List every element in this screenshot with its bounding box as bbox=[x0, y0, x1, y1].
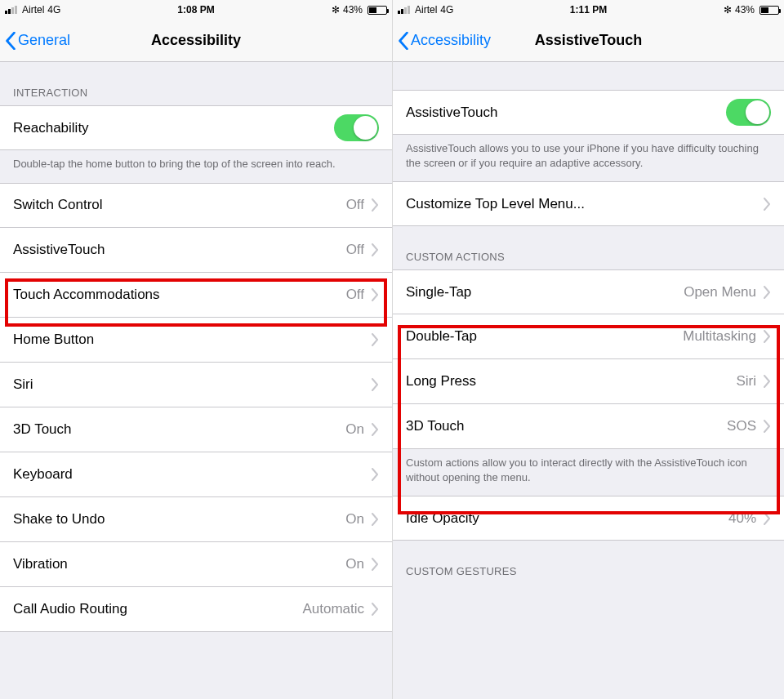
network-label: 4G bbox=[47, 4, 60, 16]
accessibility-screen: Airtel 4G 1:08 PM ✻ 43% General Accessib… bbox=[0, 0, 392, 699]
row-value: Open Menu bbox=[684, 284, 756, 301]
back-label: Accessibility bbox=[411, 32, 491, 49]
carrier-label: Airtel bbox=[415, 4, 437, 16]
status-bar: Airtel 4G 1:11 PM ✻ 43% bbox=[393, 0, 784, 20]
network-label: 4G bbox=[440, 4, 453, 16]
row-label: Switch Control bbox=[13, 197, 346, 213]
back-label: General bbox=[18, 32, 70, 49]
chevron-right-icon bbox=[763, 286, 771, 299]
row-value: Automatic bbox=[302, 601, 364, 617]
chevron-right-icon bbox=[371, 468, 379, 481]
row-value: Multitasking bbox=[683, 328, 756, 345]
customize-top-menu-row[interactable]: Customize Top Level Menu... bbox=[393, 181, 784, 226]
row-label: AssistiveTouch bbox=[13, 242, 346, 258]
status-bar: Airtel 4G 1:08 PM ✻ 43% bbox=[0, 0, 392, 20]
home-button-row[interactable]: Home Button bbox=[0, 318, 392, 363]
assistivetouch-row[interactable]: AssistiveTouch Off bbox=[0, 228, 392, 273]
row-label: Shake to Undo bbox=[13, 511, 345, 528]
row-value: Off bbox=[346, 242, 364, 258]
reachability-footer: Double-tap the home button to bring the … bbox=[0, 150, 392, 183]
idle-opacity-row[interactable]: Idle Opacity 40% bbox=[393, 496, 784, 541]
row-value: 40% bbox=[728, 510, 756, 527]
reachability-row[interactable]: Reachability bbox=[0, 105, 392, 150]
single-tap-row[interactable]: Single-Tap Open Menu bbox=[393, 269, 784, 314]
back-button[interactable]: Accessibility bbox=[398, 20, 491, 61]
chevron-right-icon bbox=[371, 378, 379, 391]
chevron-right-icon bbox=[371, 333, 379, 346]
chevron-right-icon bbox=[371, 603, 379, 616]
assistivetouch-screen: Airtel 4G 1:11 PM ✻ 43% Accessibility As… bbox=[392, 0, 784, 699]
nav-bar: General Accessibility bbox=[0, 20, 392, 62]
bluetooth-icon: ✻ bbox=[724, 4, 732, 16]
clock-label: 1:08 PM bbox=[177, 4, 214, 16]
chevron-right-icon bbox=[763, 330, 771, 343]
page-title: AssistiveTouch bbox=[535, 32, 643, 49]
row-label: Double-Tap bbox=[406, 328, 683, 345]
keyboard-row[interactable]: Keyboard bbox=[0, 452, 392, 497]
touch-accommodations-row[interactable]: Touch Accommodations Off bbox=[0, 273, 392, 318]
row-value: On bbox=[345, 421, 364, 438]
page-title: Accessibility bbox=[151, 32, 241, 49]
chevron-left-icon bbox=[5, 32, 16, 50]
assistivetouch-toggle[interactable] bbox=[726, 99, 771, 126]
battery-label: 43% bbox=[343, 4, 363, 16]
double-tap-row[interactable]: Double-Tap Multitasking bbox=[393, 314, 784, 359]
assistivetouch-footer: AssistiveTouch allows you to use your iP… bbox=[393, 135, 784, 181]
chevron-right-icon bbox=[763, 198, 771, 211]
row-value: Siri bbox=[736, 373, 756, 390]
chevron-right-icon bbox=[371, 423, 379, 436]
row-label: Vibration bbox=[13, 556, 345, 572]
chevron-right-icon bbox=[763, 420, 771, 433]
clock-label: 1:11 PM bbox=[570, 4, 607, 16]
section-header-interaction: INTERACTION bbox=[0, 62, 392, 105]
row-value: Off bbox=[346, 197, 364, 213]
shake-to-undo-row[interactable]: Shake to Undo On bbox=[0, 497, 392, 542]
chevron-left-icon bbox=[398, 32, 409, 50]
3d-touch-action-row[interactable]: 3D Touch SOS bbox=[393, 404, 784, 449]
signal-icon bbox=[398, 6, 410, 14]
chevron-right-icon bbox=[371, 198, 379, 211]
row-label: 3D Touch bbox=[13, 421, 345, 438]
row-label: Call Audio Routing bbox=[13, 601, 302, 617]
back-button[interactable]: General bbox=[5, 20, 70, 61]
row-label: Reachability bbox=[13, 120, 334, 136]
row-label: Customize Top Level Menu... bbox=[406, 196, 763, 212]
siri-row[interactable]: Siri bbox=[0, 363, 392, 407]
chevron-right-icon bbox=[763, 512, 771, 525]
section-header-custom-gestures: CUSTOM GESTURES bbox=[393, 541, 784, 584]
row-label: Siri bbox=[13, 376, 371, 393]
chevron-right-icon bbox=[371, 288, 379, 301]
chevron-right-icon bbox=[371, 513, 379, 526]
long-press-row[interactable]: Long Press Siri bbox=[393, 359, 784, 404]
row-label: Single-Tap bbox=[406, 284, 684, 301]
battery-icon bbox=[760, 6, 779, 15]
row-value: SOS bbox=[727, 418, 756, 434]
row-value: On bbox=[345, 511, 364, 528]
row-label: Keyboard bbox=[13, 466, 371, 483]
custom-actions-footer: Custom actions allow you to interact dir… bbox=[393, 449, 784, 496]
chevron-right-icon bbox=[763, 375, 771, 388]
row-label: Touch Accommodations bbox=[13, 287, 346, 303]
section-header-custom-actions: CUSTOM ACTIONS bbox=[393, 226, 784, 269]
battery-icon bbox=[368, 6, 387, 15]
battery-label: 43% bbox=[735, 4, 755, 16]
vibration-row[interactable]: Vibration On bbox=[0, 542, 392, 587]
signal-icon bbox=[5, 6, 17, 14]
call-audio-routing-row[interactable]: Call Audio Routing Automatic bbox=[0, 587, 392, 632]
row-value: Off bbox=[346, 287, 364, 303]
reachability-toggle[interactable] bbox=[334, 114, 379, 141]
bluetooth-icon: ✻ bbox=[332, 4, 340, 16]
carrier-label: Airtel bbox=[22, 4, 44, 16]
chevron-right-icon bbox=[371, 243, 379, 256]
row-label: Home Button bbox=[13, 332, 371, 348]
row-label: AssistiveTouch bbox=[406, 105, 726, 121]
row-label: Long Press bbox=[406, 373, 736, 390]
switch-control-row[interactable]: Switch Control Off bbox=[0, 183, 392, 228]
assistivetouch-toggle-row[interactable]: AssistiveTouch bbox=[393, 90, 784, 135]
chevron-right-icon bbox=[371, 558, 379, 571]
row-label: Idle Opacity bbox=[406, 510, 728, 527]
row-label: 3D Touch bbox=[406, 418, 727, 434]
3d-touch-row[interactable]: 3D Touch On bbox=[0, 407, 392, 452]
row-value: On bbox=[345, 556, 364, 572]
nav-bar: Accessibility AssistiveTouch bbox=[393, 20, 784, 62]
